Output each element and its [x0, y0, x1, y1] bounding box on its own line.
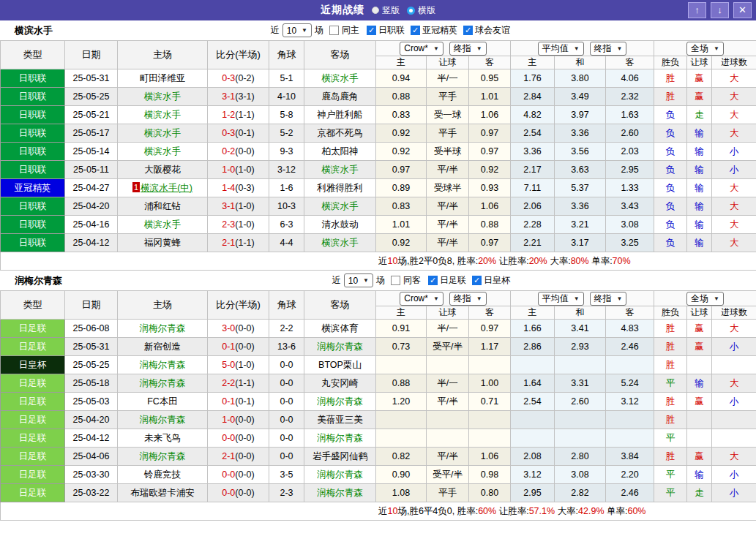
recent-count-select[interactable]: 10▼ — [282, 23, 312, 37]
team-link[interactable]: 横滨水手 — [144, 91, 181, 102]
score-cell[interactable]: 3-1(3-1) — [208, 88, 269, 106]
team-link[interactable]: 润梅尔青森 — [140, 415, 186, 425]
full-time-score: 0-0 — [222, 433, 235, 443]
team-link[interactable]: 神户胜利船 — [317, 110, 363, 120]
team-link[interactable]: 美蓓亚三美 — [317, 415, 363, 425]
league-checkbox[interactable] — [367, 26, 376, 35]
handicap-line: 平/半 — [427, 393, 469, 411]
team-link[interactable]: 润梅尔青森 — [140, 451, 186, 461]
team-link[interactable]: 横滨水手 — [144, 146, 181, 156]
average-select[interactable]: 平均值▼ — [538, 42, 584, 56]
team-link[interactable]: 柏太阳神 — [322, 146, 359, 156]
score-cell[interactable]: 2-2(1-1) — [208, 374, 269, 393]
team-link[interactable]: 横滨水手 — [322, 201, 359, 211]
same-home-checkbox[interactable] — [329, 26, 339, 35]
score-cell[interactable]: 0-0(0-0) — [208, 484, 269, 502]
handicap-time-select[interactable]: 终指▼ — [449, 292, 487, 306]
score-cell[interactable]: 0-3(0-2) — [208, 69, 269, 88]
move-down-button[interactable]: ↓ — [711, 2, 729, 18]
team-link[interactable]: 横滨水手 — [144, 110, 181, 120]
score-cell[interactable]: 5-0(1-0) — [208, 356, 269, 374]
team-link[interactable]: 未来飞鸟 — [144, 433, 181, 443]
team-link[interactable]: 布瑞欧碧卡浦安 — [130, 488, 195, 498]
score-cell[interactable]: 0-1(0-0) — [208, 338, 269, 356]
team-link[interactable]: 大阪樱花 — [144, 165, 181, 175]
team-link[interactable]: 横滨水手 — [322, 165, 359, 175]
score-cell[interactable]: 0-0(0-0) — [208, 466, 269, 484]
close-button[interactable]: ✕ — [733, 2, 752, 18]
europe-time-select[interactable]: 终指▼ — [590, 292, 627, 306]
team-link[interactable]: 润梅尔青森 — [317, 433, 363, 443]
summary-segment: 单率: — [589, 256, 613, 266]
handicap-time-select[interactable]: 终指▼ — [449, 42, 487, 56]
score-cell[interactable]: 1-0(0-0) — [208, 411, 269, 429]
team-link[interactable]: FC本田 — [147, 396, 178, 407]
score-cell[interactable]: 2-3(1-0) — [208, 216, 269, 234]
team-link[interactable]: 铃鹿竞技 — [144, 469, 181, 480]
team-link[interactable]: 新宿创造 — [144, 341, 181, 352]
summary-segment: 大率: — [547, 256, 571, 266]
score-cell[interactable]: 3-1(1-0) — [208, 197, 269, 216]
team-link[interactable]: 横滨水手 — [322, 73, 359, 83]
league-badge: 日职联 — [1, 197, 65, 216]
score-cell[interactable]: 0-2(0-0) — [208, 143, 269, 161]
team-link[interactable]: 横滨水手 — [144, 128, 181, 138]
handicap-away-odds: 1.17 — [469, 338, 511, 356]
team-link[interactable]: 润梅尔青森 — [140, 360, 186, 370]
team-link[interactable]: 利雅得胜利 — [317, 183, 363, 193]
team-link[interactable]: 丸安冈崎 — [322, 378, 359, 388]
layout-vertical-radio[interactable]: 竖版 — [372, 4, 400, 17]
score-cell[interactable]: 2-1(0-0) — [208, 448, 269, 466]
same-away-checkbox[interactable] — [391, 276, 400, 285]
team-link[interactable]: 润梅尔青森 — [317, 469, 363, 480]
result-goals: 大 — [712, 197, 756, 216]
recent-count-select[interactable]: 10▼ — [344, 273, 373, 287]
team-link[interactable]: 浦和红钻 — [144, 201, 181, 211]
score-cell[interactable]: 2-1(1-1) — [208, 234, 269, 252]
match-row: 日职联25-05-17横滨水手0-3(0-1)5-2京都不死鸟0.92平手0.9… — [1, 124, 756, 143]
result-goals: 小 — [712, 338, 756, 356]
company-select[interactable]: Crow*▼ — [400, 42, 444, 56]
league-checkbox[interactable] — [411, 26, 420, 35]
games-label: 场 — [376, 274, 385, 287]
team-link[interactable]: 横滨水手 — [144, 219, 181, 230]
average-select[interactable]: 平均值▼ — [538, 292, 584, 306]
score-cell[interactable]: 3-0(0-0) — [208, 320, 269, 338]
company-select[interactable]: Crow*▼ — [400, 292, 444, 306]
europe-lose-odds: 2.46 — [606, 338, 654, 356]
score-cell[interactable]: 0-3(0-1) — [208, 124, 269, 143]
team-link[interactable]: 润梅尔青森 — [317, 488, 363, 498]
score-cell[interactable]: 0-0(0-0) — [208, 429, 269, 448]
team-link[interactable]: 润梅尔青森 — [140, 378, 186, 388]
europe-time-select[interactable]: 终指▼ — [590, 42, 627, 56]
scope-select[interactable]: 全场▼ — [686, 292, 724, 306]
score-cell[interactable]: 0-1(0-1) — [208, 393, 269, 411]
team-link[interactable]: 京都不死鸟 — [317, 128, 363, 138]
layout-vertical-label: 竖版 — [382, 4, 400, 17]
score-cell[interactable]: 1-0(1-0) — [208, 161, 269, 179]
team-link[interactable]: 岩手盛冈仙鹤 — [312, 451, 367, 461]
team-link[interactable]: 町田泽维亚 — [140, 73, 186, 83]
team-link[interactable]: 润梅尔青森 — [317, 341, 363, 352]
team-link[interactable]: 横滨体育 — [322, 323, 359, 333]
team-link[interactable]: BTOP栗山 — [318, 360, 362, 370]
score-cell[interactable]: 1-2(1-1) — [208, 106, 269, 124]
team-link[interactable]: 横滨水手 — [322, 238, 359, 248]
team-link[interactable]: 鹿岛鹿角 — [322, 91, 359, 102]
league-filter-group: 日职联亚冠精英球会友谊 — [362, 24, 510, 37]
team-link[interactable]: 福冈黄蜂 — [144, 238, 181, 248]
team-link[interactable]: 横滨水手(中) — [141, 183, 192, 193]
league-checkbox[interactable] — [472, 276, 482, 285]
league-checkbox[interactable] — [428, 276, 438, 285]
move-up-button[interactable]: ↑ — [688, 2, 706, 18]
league-badge: 日职联 — [1, 69, 65, 88]
team-link[interactable]: 润梅尔青森 — [317, 396, 363, 407]
scope-select[interactable]: 全场▼ — [686, 42, 724, 56]
team-link[interactable]: 润梅尔青森 — [140, 323, 186, 333]
europe-win-odds: 2.21 — [511, 234, 555, 252]
score-cell[interactable]: 1-4(0-3) — [208, 179, 269, 197]
half-time-score: (0-1) — [235, 128, 254, 138]
team-link[interactable]: 清水鼓动 — [322, 219, 359, 230]
league-checkbox[interactable] — [463, 26, 473, 35]
layout-horizontal-radio[interactable]: 横版 — [407, 4, 435, 17]
